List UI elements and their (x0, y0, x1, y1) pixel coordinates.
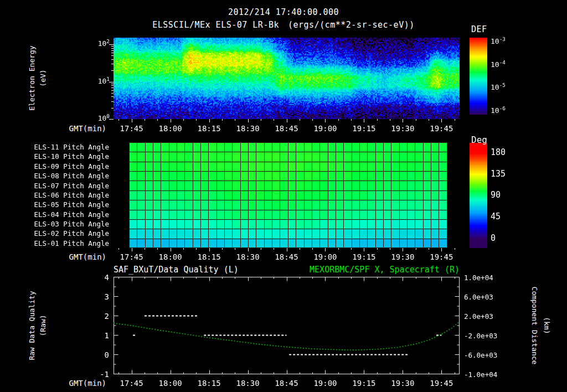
x-tick-label: 18:00 (159, 124, 182, 133)
x-tick-label: 19:00 (313, 124, 337, 133)
x-tick-mark (274, 248, 274, 250)
y-tick-mark (109, 44, 114, 45)
x-tick-mark (183, 119, 184, 121)
pitch-row-label: ELS-06 Pitch Angle (21, 190, 109, 200)
line-y-right-label: 2.0e+03 (464, 312, 493, 321)
x-tick-mark (351, 119, 352, 121)
x-tick-label: 18:15 (197, 124, 220, 133)
x-tick-label: 19:30 (391, 252, 414, 261)
y-minor-tick-mark (111, 93, 114, 94)
x-tick-mark (377, 119, 378, 121)
line-y-right-label: -1.0e+04 (464, 370, 497, 379)
x-tick-mark (416, 248, 416, 250)
line-y-right-label: 6.0e+03 (464, 293, 493, 301)
x-tick-mark (222, 248, 223, 250)
x-tick-label: 18:45 (275, 252, 298, 261)
pitch-row-label: ELS-11 Pitch Angle (21, 142, 109, 152)
x-tick-label: 19:15 (352, 252, 375, 261)
pitch-row-label: ELS-07 Pitch Angle (21, 181, 109, 190)
line-y-left-label: 3 (81, 292, 109, 301)
x-tick-label: 18:45 (275, 124, 298, 133)
y-minor-tick-mark (111, 55, 114, 56)
x-tick-mark (312, 119, 313, 121)
x-tick-label: 18:15 (197, 379, 220, 388)
deg-colorbar-tick-label: 135 (491, 169, 506, 179)
x-tick-mark (351, 248, 352, 250)
x-tick-mark (209, 248, 210, 251)
x-tick-mark (235, 119, 235, 121)
x-tick-mark (429, 248, 429, 250)
y-tick-mark (109, 82, 114, 82)
x-tick-mark (183, 248, 184, 250)
y-tick-mark (109, 119, 114, 120)
x-tick-mark (222, 119, 223, 121)
els-quicklook-display: 2012/214 17:40:00.000 ELSSCIL/MEx ELS-07… (0, 0, 567, 392)
x-tick-mark (325, 119, 326, 122)
x-tick-mark (118, 248, 119, 250)
x-tick-label: 18:30 (236, 124, 259, 133)
generated-ticks-and-labels: 17:4518:0018:1518:3018:4519:0019:1519:30… (0, 0, 567, 392)
y-minor-tick-mark (111, 70, 114, 71)
x-tick-label: 18:30 (236, 379, 259, 388)
x-tick-mark (441, 248, 442, 251)
pitch-row-label: ELS-03 Pitch Angle (21, 219, 109, 229)
y-tick-label: 102 (86, 39, 110, 48)
x-tick-mark (235, 248, 235, 250)
line-y-left-label: 2 (81, 312, 109, 321)
line-y-left-label: 0 (81, 350, 109, 359)
y-minor-tick-mark (111, 101, 114, 102)
x-tick-label: 18:15 (197, 252, 220, 261)
y-minor-tick-mark (111, 84, 114, 84)
line-y-left-label: -1 (81, 370, 109, 379)
x-tick-label: 18:45 (275, 379, 298, 388)
y-minor-tick-mark (111, 59, 114, 60)
x-tick-mark (338, 248, 339, 250)
x-tick-mark (157, 248, 158, 250)
line-y-left-label: 1 (81, 331, 109, 340)
def-colorbar-tick-label: 10-4 (491, 60, 506, 69)
line-y-right-label: 1.0e+04 (464, 274, 493, 282)
deg-colorbar-tick-label: 45 (491, 212, 501, 221)
x-tick-mark (403, 248, 403, 251)
x-tick-mark (287, 119, 287, 122)
y-minor-tick-mark (111, 96, 114, 97)
pitch-row-label: ELS-04 Pitch Angle (21, 210, 109, 219)
x-tick-label: 19:30 (391, 379, 414, 388)
x-tick-mark (196, 248, 197, 250)
y-minor-tick-mark (111, 85, 114, 86)
x-tick-label: 17:45 (120, 124, 143, 133)
y-minor-tick-mark (111, 50, 114, 51)
pitch-row-label: ELS-01 Pitch Angle (21, 239, 109, 248)
pitch-row-label: ELS-02 Pitch Angle (21, 229, 109, 238)
x-tick-mark (300, 248, 300, 250)
x-tick-mark (455, 119, 455, 121)
line-y-right-label: -2.0e+03 (464, 332, 497, 340)
x-tick-mark (261, 248, 261, 250)
y-minor-tick-mark (111, 64, 114, 64)
pitch-row-label: ELS-09 Pitch Angle (21, 162, 109, 171)
line-y-right-label: -6.0e+03 (464, 351, 497, 359)
pitch-row-label: ELS-05 Pitch Angle (21, 200, 109, 209)
x-tick-mark (171, 248, 171, 251)
x-tick-label: 18:30 (236, 252, 259, 261)
x-tick-mark (248, 248, 249, 251)
x-tick-mark (118, 119, 119, 121)
def-colorbar-tick-label: 10-6 (491, 106, 506, 115)
deg-colorbar-tick-label: 90 (491, 190, 501, 200)
y-minor-tick-mark (111, 108, 114, 109)
y-tick-label: 100 (86, 114, 110, 122)
x-tick-label: 19:30 (391, 124, 414, 133)
x-tick-mark (416, 119, 416, 121)
x-tick-label: 19:45 (430, 124, 453, 133)
x-tick-mark (312, 248, 313, 250)
line-y-left-label: 4 (81, 273, 109, 282)
x-tick-mark (145, 248, 145, 250)
x-tick-mark (287, 248, 287, 251)
x-tick-mark (325, 248, 326, 251)
x-tick-mark (248, 119, 249, 122)
x-tick-mark (390, 248, 390, 250)
x-tick-mark (157, 119, 158, 121)
y-tick-label: 101 (86, 77, 110, 85)
x-tick-mark (403, 119, 403, 122)
x-tick-label: 18:00 (159, 252, 182, 261)
